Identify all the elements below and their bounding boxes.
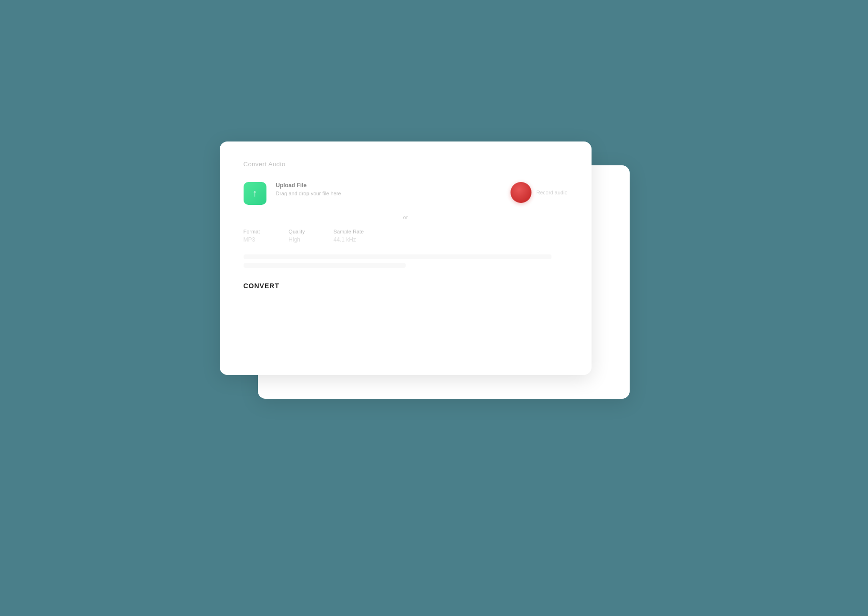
option-format-label: Format [244,229,260,234]
upload-sublabel: Drag and drop your file here [276,191,501,196]
option-format[interactable]: Format MP3 [244,229,260,243]
option-quality-label: Quality [288,229,305,234]
option-format-value: MP3 [244,236,260,243]
card-front: Convert Audio Upload File Drag and drop … [220,141,592,375]
divider-row: or [244,214,568,220]
option-samplerate-value: 44.1 kHz [334,236,364,243]
mic-icon[interactable] [511,182,531,203]
option-quality-value: High [288,236,305,243]
options-row: Format MP3 Quality High Sample Rate 44.1… [244,229,568,243]
option-samplerate[interactable]: Sample Rate 44.1 kHz [334,229,364,243]
divider-left [244,217,396,217]
mic-label: Record audio [536,190,567,195]
mic-section[interactable]: Record audio [511,182,567,203]
upload-label: Upload File [276,182,501,189]
upload-icon[interactable] [244,182,266,205]
card-front-title: Convert Audio [244,161,568,168]
front-ghost-1 [244,254,551,259]
divider-text: or [403,214,408,220]
front-ghost-2 [244,263,406,268]
option-quality[interactable]: Quality High [288,229,305,243]
upload-text: Upload File Drag and drop your file here [276,182,501,196]
cards-container: Audio paragraph audio • paragraph • resu… [220,141,649,475]
upload-section[interactable]: Upload File Drag and drop your file here… [244,182,568,205]
divider-right [415,217,567,217]
convert-button[interactable]: CONVERT [244,282,568,290]
option-samplerate-label: Sample Rate [334,229,364,234]
